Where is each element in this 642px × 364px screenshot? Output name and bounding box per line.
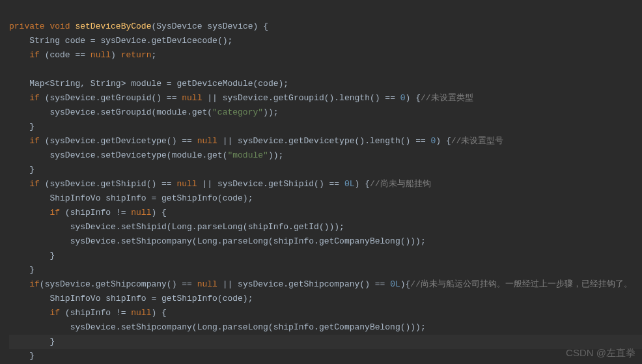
param-type: SysDevice [156, 21, 202, 31]
brace: } [29, 165, 35, 175]
number: 0L [344, 179, 355, 189]
string: "module" [227, 150, 268, 160]
stmt: sysDevice.setShipcompany(Long.parseLong(… [70, 236, 426, 246]
condition-close: ) [111, 50, 121, 60]
code-line: if (code == null) return; [9, 50, 156, 60]
code-line: if (shipInfo != null) { [9, 208, 167, 217]
condition2: || sysDevice.getShipcompany() == [217, 279, 390, 289]
code-line: String code = sysDevice.getDevicecode(); [9, 36, 232, 46]
stmt: sysDevice.setDevicetype(module.get( [49, 150, 227, 160]
stmt2: )); [268, 150, 283, 160]
code-line: } [9, 251, 55, 260]
condition: (sysDevice.getShipcompany() == [40, 279, 197, 289]
code-line: } [9, 265, 35, 275]
comma: , [80, 79, 85, 89]
stmt: sysDevice.setGroupid(module.get( [49, 107, 212, 117]
map-decl: Map<String [29, 79, 80, 89]
code-line: } [9, 351, 35, 361]
keyword-null: null [182, 93, 202, 103]
brace: } [29, 122, 35, 132]
condition: (code == [40, 50, 91, 60]
map-decl2: String> module = getDeviceModule(code); [85, 79, 288, 89]
keyword-return: return [121, 50, 152, 60]
condition3: ) { [406, 93, 421, 103]
method-name: setDeviceByCode [75, 21, 151, 31]
condition3: ) { [436, 136, 451, 146]
keyword-if: if [29, 179, 40, 189]
comment: //尚未与船运公司挂钩。一般经过上一步骤，已经挂钩了。 [410, 279, 632, 289]
code-line: sysDevice.setGroupid(module.get("categor… [9, 107, 278, 117]
condition: (sysDevice.getDevicetype() == [40, 136, 197, 146]
condition3: ) { [355, 179, 370, 189]
keyword-null: null [176, 179, 197, 189]
comment: //未设置型号 [451, 136, 504, 146]
code-line: ShipInfoVo shipInfo = getShipInfo(code); [9, 193, 253, 203]
keyword-null: null [197, 136, 217, 146]
string: "category" [212, 107, 263, 117]
condition2: ) { [151, 208, 166, 217]
code-line: sysDevice.setShipcompany(Long.parseLong(… [9, 236, 426, 246]
condition: (sysDevice.getShipid() == [40, 179, 177, 189]
code-line: sysDevice.setDevicetype(module.get("modu… [9, 150, 283, 160]
code-line: ShipInfoVo shipInfo = getShipInfo(code); [9, 294, 253, 303]
semicolon: ; [151, 50, 156, 60]
keyword-void: void [49, 21, 70, 31]
keyword-if: if [49, 308, 60, 318]
keyword-private: private [9, 21, 45, 31]
keyword-null: null [131, 208, 151, 217]
code-line: } [9, 122, 35, 132]
condition2: ) { [151, 308, 166, 318]
keyword-null: null [197, 279, 217, 289]
keyword-if: if [29, 50, 40, 60]
condition: (shipInfo != [60, 308, 131, 318]
keyword-null: null [131, 308, 151, 318]
condition2: || sysDevice.getGroupid().length() == [202, 93, 400, 103]
brace: } [49, 337, 55, 346]
brace: { [258, 21, 268, 31]
comment: //尚未与船挂钩 [370, 179, 431, 189]
brace: } [29, 351, 35, 361]
code-line: sysDevice.setShipid(Long.parseLong(shipI… [9, 222, 344, 232]
brace: } [29, 265, 35, 275]
keyword-if: if [49, 208, 60, 217]
code-line-highlighted: } [9, 335, 642, 349]
condition: (sysDevice.getGroupid() == [40, 93, 182, 103]
condition: (shipInfo != [60, 208, 131, 217]
stmt: sysDevice.setShipcompany(Long.parseLong(… [70, 322, 426, 332]
stmt: sysDevice.setShipid(Long.parseLong(shipI… [70, 222, 344, 232]
condition2: || sysDevice.getDevicetype().length() == [217, 136, 431, 146]
assignment: = sysDevice.getDevicecode(); [85, 36, 232, 46]
code-line: Map<String, String> module = getDeviceMo… [9, 79, 288, 89]
keyword-if: if [29, 279, 40, 289]
code-line: if (sysDevice.getGroupid() == null || sy… [9, 93, 473, 103]
code-line: if (sysDevice.getShipid() == null || sys… [9, 179, 431, 189]
condition3: ){ [400, 279, 411, 289]
stmt2: )); [263, 107, 278, 117]
keyword-null: null [91, 50, 111, 60]
keyword-if: if [29, 93, 40, 103]
code-line: if (sysDevice.getDevicetype() == null ||… [9, 136, 503, 146]
param-name: sysDevice [207, 21, 253, 31]
number: 0 [400, 93, 406, 103]
stmt: ShipInfoVo shipInfo = getShipInfo(code); [49, 193, 253, 203]
number: 0L [390, 279, 400, 289]
code-editor[interactable]: private void setDeviceByCode(SysDevice s… [0, 0, 642, 364]
condition2: || sysDevice.getShipid() == [197, 179, 344, 189]
var-name: code [65, 36, 85, 46]
stmt: ShipInfoVo shipInfo = getShipInfo(code); [49, 294, 253, 303]
code-line: sysDevice.setShipcompany(Long.parseLong(… [9, 322, 426, 332]
code-line: if(sysDevice.getShipcompany() == null ||… [9, 279, 632, 289]
code-line: } [9, 165, 35, 175]
code-line: private void setDeviceByCode(SysDevice s… [9, 21, 268, 31]
comment: //未设置类型 [421, 93, 473, 103]
keyword-if: if [29, 136, 40, 146]
brace: } [49, 251, 55, 260]
type: String [29, 36, 60, 46]
code-line: if (shipInfo != null) { [9, 308, 167, 318]
